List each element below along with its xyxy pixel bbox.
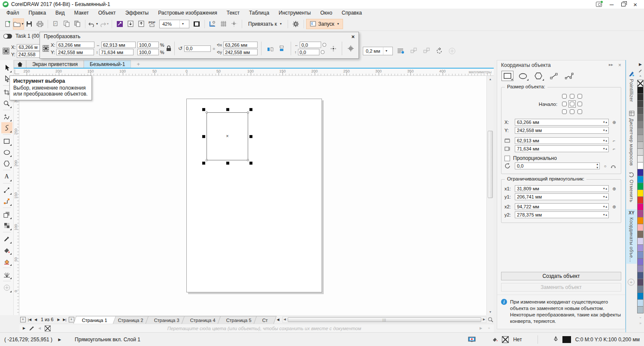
transparency-tool[interactable]: [1, 220, 12, 231]
y1-field[interactable]: [515, 194, 602, 199]
offset-x-field[interactable]: [300, 42, 321, 48]
propbar-x-field[interactable]: [17, 44, 41, 51]
outline-width-dropdown-icon[interactable]: ▾: [383, 47, 389, 55]
origin-cell-4[interactable]: [568, 100, 576, 108]
status-flyout-icon[interactable]: ▶: [57, 337, 63, 342]
position-target-icon[interactable]: ⊕: [611, 120, 618, 125]
y-spinner[interactable]: ▾ ▴: [602, 129, 608, 132]
page-tab-6[interactable]: Ст: [253, 316, 276, 324]
parallel-dimension-tool[interactable]: [1, 184, 12, 196]
color-swatch[interactable]: [637, 148, 644, 156]
scroll-right-icon[interactable]: ▶: [482, 317, 486, 322]
copy-button[interactable]: [61, 19, 72, 29]
no-color-swatch[interactable]: [637, 80, 644, 87]
menu-help[interactable]: Справка: [337, 9, 367, 17]
y1-spinner[interactable]: ▾ ▴: [602, 195, 608, 199]
horizontal-scrollbar[interactable]: ◀ ||| ▶: [283, 316, 486, 323]
origin-cell-8[interactable]: [576, 108, 583, 115]
last-page-button[interactable]: ▶|: [62, 318, 68, 322]
menu-tools[interactable]: Инструменты: [274, 9, 316, 17]
add-docker-button[interactable]: +: [628, 279, 635, 286]
color-swatch[interactable]: [637, 210, 644, 217]
offset-x-radio[interactable]: [322, 43, 326, 47]
color-swatch[interactable]: [637, 272, 644, 279]
color-swatch[interactable]: [637, 183, 644, 190]
export-button[interactable]: [136, 19, 146, 29]
menu-view[interactable]: Вид: [51, 9, 70, 17]
add-page-before-button[interactable]: +: [20, 317, 26, 322]
bbox-target-icon-2[interactable]: ⊕: [611, 205, 618, 209]
selection-handle-e[interactable]: [249, 135, 252, 138]
menu-file[interactable]: Файл: [2, 9, 24, 17]
x2-field[interactable]: [515, 204, 602, 209]
cut-button[interactable]: F: [51, 19, 61, 29]
vertical-scrollbar[interactable]: ▲ ▼: [486, 76, 494, 315]
origin-cell-7[interactable]: [568, 108, 576, 115]
redo-button[interactable]: ▾: [99, 19, 109, 29]
menu-layout[interactable]: Макет: [70, 9, 94, 17]
docker-tab-object-coordinates[interactable]: XY Координаты объе...: [626, 209, 637, 264]
new-document-tab-button[interactable]: +: [131, 60, 146, 68]
color-swatch[interactable]: [637, 190, 644, 197]
undo-button[interactable]: ▾: [88, 19, 98, 29]
color-swatch[interactable]: [637, 87, 644, 94]
palette-scroll-down-icon[interactable]: ⌄: [637, 313, 644, 320]
ellipse-shape-button[interactable]: [517, 71, 529, 81]
previous-page-button[interactable]: ◀: [33, 318, 39, 322]
color-swatch[interactable]: [637, 176, 644, 183]
color-swatch[interactable]: [637, 162, 644, 169]
docker-tab-undo[interactable]: Отменить: [626, 171, 637, 204]
mirror-horizontal-button[interactable]: [265, 43, 275, 54]
minimize-button[interactable]: ─: [610, 2, 614, 7]
recorder-toggle-icon[interactable]: [3, 34, 12, 39]
curve-tool[interactable]: [1, 122, 12, 133]
proportional-checkbox[interactable]: [504, 156, 510, 161]
selection-center-marker[interactable]: ×: [226, 133, 228, 138]
search-content-button[interactable]: [115, 19, 125, 29]
origin-cell-2[interactable]: [576, 93, 583, 100]
palette-eyedropper-icon[interactable]: [637, 67, 644, 74]
selection-handle-w[interactable]: [202, 135, 205, 138]
color-swatch[interactable]: [637, 121, 644, 128]
scale-y-field[interactable]: [137, 49, 159, 55]
center-x-field[interactable]: [223, 42, 258, 48]
rectangle-shape-button[interactable]: [501, 71, 513, 81]
scroll-up-icon[interactable]: ▲: [487, 76, 494, 82]
menu-effects[interactable]: Эффекты: [121, 9, 154, 17]
welcome-home-tab[interactable]: [14, 60, 26, 68]
drop-shadow-tool[interactable]: [1, 209, 12, 220]
ellipse-tool[interactable]: [1, 147, 12, 158]
show-guidelines-button[interactable]: [229, 19, 239, 29]
show-rulers-button[interactable]: [207, 19, 218, 29]
apply-transform-icon[interactable]: [346, 43, 356, 54]
new-document-button[interactable]: [3, 19, 13, 29]
freehand-tool[interactable]: [1, 111, 12, 122]
palette-expand-icon[interactable]: »: [486, 326, 492, 330]
palette-scroll-up-icon[interactable]: ⌃: [637, 74, 644, 80]
tab-scroll-left-icon[interactable]: ◀: [275, 318, 281, 322]
horizontal-ruler[interactable]: миллиметры 25020015010050050100150200250…: [14, 69, 494, 76]
color-swatch[interactable]: [637, 114, 644, 121]
rotation-angle-field[interactable]: [515, 163, 595, 168]
selection-handle-ne[interactable]: [249, 108, 252, 111]
color-swatch[interactable]: [637, 286, 644, 293]
mirror-vertical-button[interactable]: [277, 43, 287, 54]
color-swatch[interactable]: [637, 244, 644, 252]
color-swatch[interactable]: [637, 141, 644, 149]
publish-pdf-button[interactable]: PDF: [147, 19, 157, 29]
rotation-spinner[interactable]: ▴▾: [595, 162, 599, 169]
fillet-icon[interactable]: [421, 46, 431, 56]
scroll-down-icon[interactable]: ▼: [487, 309, 494, 315]
color-swatch[interactable]: [637, 292, 644, 300]
text-tool[interactable]: A: [1, 171, 12, 182]
rotation-lock-icon[interactable]: [611, 164, 618, 168]
color-swatch[interactable]: [637, 279, 644, 286]
palette-scroll-left-icon[interactable]: ◀: [36, 326, 43, 330]
save-button[interactable]: [24, 19, 34, 29]
zoom-level-combo[interactable]: 42% ▾: [159, 20, 189, 28]
height-spinner[interactable]: ▾ ▴: [602, 147, 608, 150]
palette-flyout-icon[interactable]: ▶: [21, 326, 27, 330]
polygon-shape-button[interactable]: [532, 71, 544, 81]
outline-width-combo[interactable]: 0,2 мм ▾: [363, 47, 393, 55]
x-coordinate-field[interactable]: [515, 120, 602, 125]
